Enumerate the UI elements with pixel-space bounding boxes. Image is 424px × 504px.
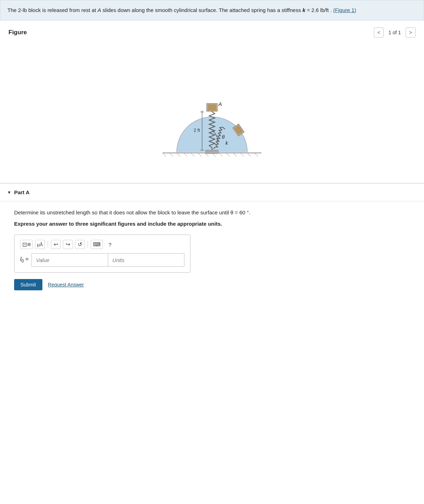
svg-rect-17	[208, 105, 216, 110]
svg-line-10	[226, 153, 230, 156]
figure-prev-button[interactable]: <	[374, 28, 384, 37]
answer-box: ⊡ ⊞ μÅ ↩ ↪ ↺ ⌨ ? l0 =	[14, 235, 190, 273]
figure-counter: 1 of 1	[386, 30, 404, 35]
svg-rect-15	[206, 150, 218, 154]
matrix-icon-2: ⊞	[27, 242, 31, 247]
request-answer-button[interactable]: Request Answer	[48, 282, 84, 287]
svg-text:2 ft: 2 ft	[194, 128, 200, 133]
value-input[interactable]	[31, 253, 108, 267]
submit-button[interactable]: Submit	[14, 279, 42, 290]
svg-line-4	[184, 153, 187, 156]
part-label: Part A	[14, 189, 30, 195]
toolbar: ⊡ ⊞ μÅ ↩ ↪ ↺ ⌨ ?	[20, 240, 184, 249]
keyboard-button[interactable]: ⌨	[91, 240, 103, 249]
problem-k-label: k	[302, 7, 305, 13]
help-button[interactable]: ?	[105, 240, 115, 249]
problem-point-a: A	[98, 7, 101, 13]
figure-header: Figure < 1 of 1 >	[8, 28, 416, 37]
part-question: Determine its unstretched length so that…	[14, 208, 410, 217]
refresh-button[interactable]: ↺	[75, 240, 85, 249]
figure-link[interactable]: (Figure 1)	[333, 7, 356, 13]
part-header[interactable]: ▼ Part A	[0, 183, 424, 201]
svg-line-5	[191, 153, 194, 156]
svg-text:k: k	[225, 140, 228, 146]
part-collapse-arrow: ▼	[7, 190, 11, 195]
svg-line-13	[247, 153, 251, 156]
part-instruction: Express your answer to three significant…	[14, 220, 410, 228]
redo-button[interactable]: ↪	[63, 240, 73, 249]
toolbar-separator	[48, 241, 48, 248]
action-row: Submit Request Answer	[14, 279, 410, 290]
svg-text:θ: θ	[222, 134, 225, 140]
part-body: Determine its unstretched length so that…	[0, 201, 424, 301]
figure-next-button[interactable]: >	[406, 28, 416, 37]
part-section: ▼ Part A Determine its unstretched lengt…	[0, 183, 424, 301]
problem-k-value: = 2.6	[307, 7, 319, 13]
svg-line-12	[240, 153, 244, 156]
svg-line-6	[198, 153, 201, 156]
input-label: l0 =	[20, 256, 29, 263]
svg-line-11	[233, 153, 237, 156]
svg-text:A: A	[218, 101, 222, 107]
svg-line-3	[177, 153, 180, 156]
figure-diagram: A 2 ft	[8, 42, 416, 183]
problem-statement: The 2-lb block is released from rest at …	[0, 0, 424, 20]
svg-line-2	[170, 153, 173, 156]
figure-title: Figure	[8, 29, 27, 36]
svg-line-14	[254, 153, 258, 156]
problem-text-1: The 2-lb block is released from rest at	[7, 7, 98, 13]
input-row: l0 =	[20, 253, 184, 267]
problem-k-units: lb/ft	[320, 7, 329, 13]
svg-line-9	[219, 153, 223, 156]
matrix-button[interactable]: ⊡ ⊞	[20, 240, 33, 249]
units-input[interactable]	[108, 253, 184, 267]
undo-button[interactable]: ↩	[51, 240, 61, 249]
figure-nav: < 1 of 1 >	[374, 28, 416, 37]
svg-line-1	[163, 153, 166, 156]
matrix-icon: ⊡	[22, 241, 27, 248]
mu-a-button[interactable]: μÅ	[35, 240, 45, 249]
toolbar-separator-2	[88, 241, 88, 248]
figure-section: Figure < 1 of 1 >	[0, 20, 424, 183]
problem-text-2: slides down along the smooth cylindrical…	[101, 7, 302, 13]
